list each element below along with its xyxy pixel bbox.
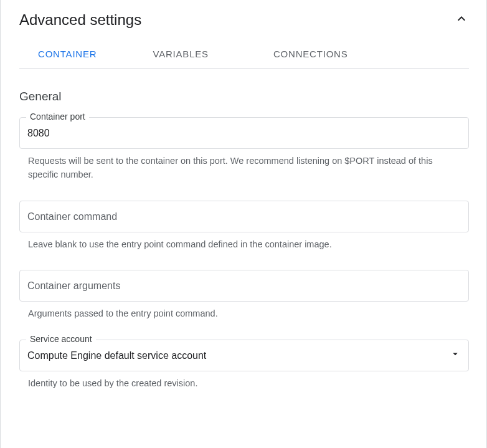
container-command-field[interactable]	[19, 201, 469, 232]
container-port-label: Container port	[26, 112, 89, 122]
tabs: CONTAINER VARIABLES CONNECTIONS	[19, 40, 469, 69]
container-port-input[interactable]	[20, 118, 468, 148]
container-port-helper: Requests will be sent to the container o…	[19, 154, 469, 182]
service-account-field[interactable]: Service account Compute Engine default s…	[19, 340, 469, 371]
advanced-settings-header[interactable]: Advanced settings	[19, 11, 469, 36]
container-port-field[interactable]: Container port	[19, 117, 469, 149]
tab-variables[interactable]: VARIABLES	[115, 40, 245, 68]
service-account-helper: Identity to be used by the created revis…	[19, 376, 469, 390]
container-args-field[interactable]	[19, 270, 469, 302]
section-general-title: General	[19, 90, 469, 103]
container-args-input[interactable]	[20, 270, 468, 301]
dropdown-arrow-icon	[450, 348, 468, 362]
container-command-helper: Leave blank to use the entry point comma…	[19, 237, 469, 251]
service-account-value: Compute Engine default service account	[20, 340, 450, 371]
page-title: Advanced settings	[19, 11, 141, 29]
tab-container[interactable]: CONTAINER	[19, 40, 115, 68]
tab-connections[interactable]: CONNECTIONS	[246, 40, 367, 68]
container-command-input[interactable]	[20, 201, 468, 232]
container-args-helper: Arguments passed to the entry point comm…	[19, 307, 469, 320]
service-account-label: Service account	[26, 334, 96, 344]
chevron-up-icon	[454, 11, 469, 29]
